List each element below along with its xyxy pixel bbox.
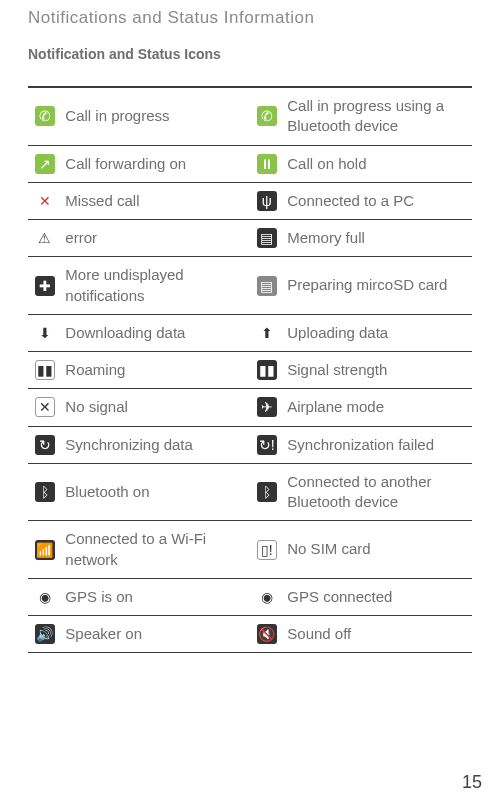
icon-label: Call in progress <box>61 87 250 145</box>
sync-icon: ↻ <box>35 435 55 455</box>
icon-label: Bluetooth on <box>61 463 250 521</box>
icon-label: Roaming <box>61 352 250 389</box>
icon-label: Connected to another Bluetooth device <box>283 463 472 521</box>
table-row: ⚠error▤Memory full <box>28 220 472 257</box>
icon-label: Connected to a PC <box>283 182 472 219</box>
table-row: 📶Connected to a Wi-Fi network▯!No SIM ca… <box>28 521 472 579</box>
call-in-progress-icon: ✆ <box>35 106 55 126</box>
gps-connected-icon: ◉ <box>257 587 277 607</box>
call-hold-icon: ⏸ <box>257 154 277 174</box>
icon-label: Speaker on <box>61 616 250 653</box>
status-icons-table: ✆Call in progress✆Call in progress using… <box>28 86 472 653</box>
icon-label: GPS connected <box>283 578 472 615</box>
icon-label: Signal strength <box>283 352 472 389</box>
table-row: ↻Synchronizing data↻!Synchronization fai… <box>28 426 472 463</box>
missed-call-icon: ✕ <box>35 191 55 211</box>
icon-label: Synchronization failed <box>283 426 472 463</box>
icon-label: No SIM card <box>283 521 472 579</box>
table-row: ✕No signal✈Airplane mode <box>28 389 472 426</box>
signal-strength-icon: ▮▮ <box>257 360 277 380</box>
more-notifications-icon: ✚ <box>35 276 55 296</box>
icon-label: Call on hold <box>283 145 472 182</box>
bluetooth-connected-icon: ᛒ <box>257 482 277 502</box>
downloading-icon: ⬇ <box>35 323 55 343</box>
airplane-mode-icon: ✈ <box>257 397 277 417</box>
table-row: ✕Missed callψConnected to a PC <box>28 182 472 219</box>
call-bluetooth-icon: ✆ <box>257 106 277 126</box>
section-title: Notifications and Status Information <box>28 8 472 28</box>
roaming-icon: ▮▮ <box>35 360 55 380</box>
table-row: ◉GPS is on◉GPS connected <box>28 578 472 615</box>
connected-pc-icon: ψ <box>257 191 277 211</box>
error-icon: ⚠ <box>35 228 55 248</box>
gps-on-icon: ◉ <box>35 587 55 607</box>
table-row: ⬇Downloading data⬆Uploading data <box>28 314 472 351</box>
no-signal-icon: ✕ <box>35 397 55 417</box>
icon-label: Preparing mircoSD card <box>283 257 472 315</box>
sound-off-icon: 🔇 <box>257 624 277 644</box>
call-forwarding-icon: ↗ <box>35 154 55 174</box>
icon-label: Sound off <box>283 616 472 653</box>
sync-failed-icon: ↻! <box>257 435 277 455</box>
page-number: 15 <box>462 772 482 793</box>
table-row: ✆Call in progress✆Call in progress using… <box>28 87 472 145</box>
icon-label: Call in progress using a Bluetooth devic… <box>283 87 472 145</box>
icon-label: Missed call <box>61 182 250 219</box>
wifi-icon: 📶 <box>35 540 55 560</box>
icon-label: Uploading data <box>283 314 472 351</box>
icon-label: Downloading data <box>61 314 250 351</box>
icon-label: Connected to a Wi-Fi network <box>61 521 250 579</box>
preparing-sd-icon: ▤ <box>257 276 277 296</box>
subsection-title: Notification and Status Icons <box>28 46 472 62</box>
no-sim-icon: ▯! <box>257 540 277 560</box>
icon-label: Synchronizing data <box>61 426 250 463</box>
icon-label: More undisplayed notifications <box>61 257 250 315</box>
icon-label: Airplane mode <box>283 389 472 426</box>
icon-label: Memory full <box>283 220 472 257</box>
icon-label: GPS is on <box>61 578 250 615</box>
bluetooth-on-icon: ᛒ <box>35 482 55 502</box>
icon-label: error <box>61 220 250 257</box>
table-row: ↗Call forwarding on⏸Call on hold <box>28 145 472 182</box>
memory-full-icon: ▤ <box>257 228 277 248</box>
uploading-icon: ⬆ <box>257 323 277 343</box>
table-row: ᛒBluetooth onᛒConnected to another Bluet… <box>28 463 472 521</box>
table-row: 🔊Speaker on🔇Sound off <box>28 616 472 653</box>
speaker-on-icon: 🔊 <box>35 624 55 644</box>
table-row: ✚More undisplayed notifications▤Preparin… <box>28 257 472 315</box>
icon-label: Call forwarding on <box>61 145 250 182</box>
table-row: ▮▮Roaming▮▮Signal strength <box>28 352 472 389</box>
icon-label: No signal <box>61 389 250 426</box>
